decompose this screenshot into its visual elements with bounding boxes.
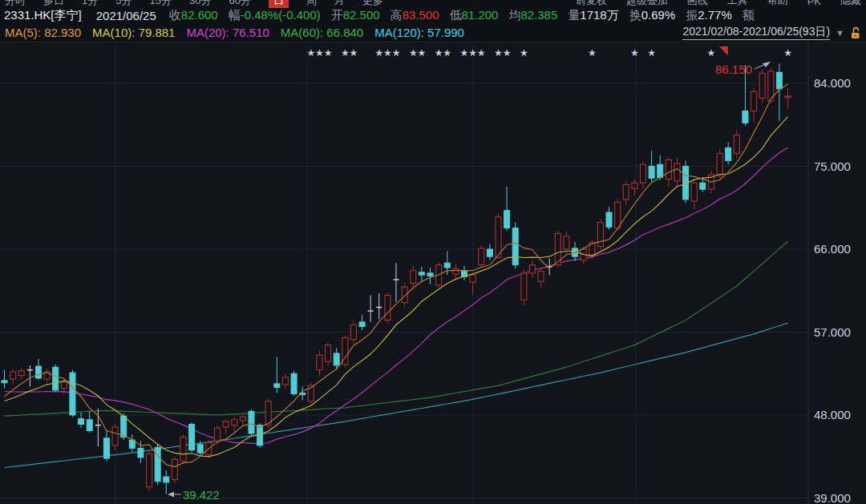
low-price-label: 39.422 bbox=[183, 488, 220, 502]
tab-30分[interactable]: 30分 bbox=[189, 0, 211, 8]
quote-field-value: 1718万 bbox=[580, 8, 618, 23]
quote-field-value: 82.385 bbox=[520, 8, 557, 23]
event-star-icon: ★ bbox=[494, 47, 503, 58]
event-star-icon: ★ bbox=[443, 47, 451, 58]
quote-field-label: 振 bbox=[686, 8, 698, 23]
date-range-label[interactable]: 2021/02/08-2021/06/25(93日) bbox=[682, 25, 830, 40]
quote-field-换: 换0.69% bbox=[629, 8, 676, 23]
quote-field-幅: 幅-0.48%(-0.400) bbox=[229, 8, 321, 23]
chevron-down-icon[interactable]: ▼ bbox=[836, 28, 844, 38]
period-tabs: 分时多日1分5分15分30分60分日周月更多 bbox=[5, 0, 383, 8]
quote-fields: 收82.600幅-0.48%(-0.400)开82.500高83.500低81.… bbox=[169, 8, 765, 23]
quote-field-label: 额 bbox=[743, 8, 755, 23]
event-star-icon: ★ bbox=[409, 47, 418, 58]
toolbar-action-PK[interactable]: PK bbox=[807, 0, 821, 7]
high-price-label: 86.150 bbox=[715, 62, 752, 76]
tab-多日[interactable]: 多日 bbox=[43, 0, 64, 8]
tab-15分[interactable]: 15分 bbox=[149, 0, 171, 8]
quote-field-value: -0.48%(-0.400) bbox=[241, 8, 321, 23]
quote-field-value: 82.600 bbox=[181, 8, 218, 23]
event-star-icon: ★ bbox=[417, 47, 426, 58]
event-star-icon: ★ bbox=[707, 47, 716, 58]
tab-1分[interactable]: 1分 bbox=[82, 0, 98, 8]
event-star-icon: ★ bbox=[647, 47, 656, 58]
toolbar-action-超级叠加[interactable]: 超级叠加 bbox=[626, 0, 668, 8]
quote-field-value: 2.77% bbox=[698, 8, 732, 23]
tab-周[interactable]: 周 bbox=[306, 0, 317, 8]
event-star-icon: ★ bbox=[460, 47, 469, 58]
quote-field-label: 换 bbox=[629, 8, 641, 23]
quote-field-低: 低81.200 bbox=[450, 8, 499, 23]
tab-5分[interactable]: 5分 bbox=[115, 0, 132, 8]
y-axis-label: 84.000 bbox=[814, 76, 851, 90]
toolbar-action-画线[interactable]: 画线 bbox=[687, 0, 708, 8]
stock-symbol: 2331.HK[李宁] bbox=[4, 8, 82, 23]
ma-value-60: MA(60): 66.840 bbox=[281, 26, 363, 39]
quote-field-label: 低 bbox=[450, 8, 462, 23]
flag-icon bbox=[719, 46, 728, 55]
quote-field-高: 高83.500 bbox=[391, 8, 439, 23]
event-star-icon: ★ bbox=[588, 47, 597, 58]
ma-value-10: MA(10): 79.881 bbox=[92, 26, 175, 39]
quote-field-量: 量1718万 bbox=[568, 8, 618, 23]
quote-field-value: 0.69% bbox=[641, 8, 676, 23]
event-star-icon: ★ bbox=[306, 47, 315, 58]
quote-field-label: 开 bbox=[331, 8, 343, 23]
y-axis-label: 39.000 bbox=[814, 491, 851, 504]
candlestick-chart[interactable]: 84.00075.00066.00057.00048.00039.000★★★★… bbox=[0, 42, 866, 504]
ma-values: MA(5): 82.930MA(10): 79.881MA(20): 76.51… bbox=[5, 26, 464, 39]
ma-value-5: MA(5): 82.930 bbox=[5, 26, 81, 39]
event-star-icon: ★ bbox=[630, 47, 639, 58]
quote-field-label: 量 bbox=[568, 8, 580, 23]
quote-field-收: 收82.600 bbox=[169, 8, 218, 23]
quote-field-value: 81.200 bbox=[462, 8, 499, 23]
quote-field-label: 收 bbox=[169, 8, 181, 23]
ma-value-120: MA(120): 57.990 bbox=[374, 26, 464, 39]
event-star-icon: ★ bbox=[374, 47, 383, 58]
quote-bar: 2331.HK[李宁] 2021/06/25 收82.600幅-0.48%(-0… bbox=[0, 8, 866, 23]
event-star-icon: ★ bbox=[324, 47, 333, 58]
y-axis-label: 75.000 bbox=[814, 159, 851, 173]
tab-分时[interactable]: 分时 bbox=[5, 0, 26, 8]
y-axis-label: 57.000 bbox=[814, 325, 851, 339]
event-star-icon: ★ bbox=[315, 47, 324, 58]
unlock-icon[interactable] bbox=[850, 26, 861, 39]
event-star-icon: ★ bbox=[350, 47, 358, 58]
y-axis-label: 66.000 bbox=[814, 242, 851, 256]
quote-date: 2021/06/25 bbox=[96, 9, 156, 22]
quote-field-额: 额 bbox=[743, 8, 755, 23]
event-star-icon: ★ bbox=[341, 47, 350, 58]
range-selector: 2021/02/08-2021/06/25(93日) ▼ bbox=[682, 25, 861, 40]
quote-field-label: 高 bbox=[391, 8, 403, 23]
quote-field-均: 均82.385 bbox=[508, 8, 557, 23]
quote-field-value: 82.500 bbox=[343, 8, 380, 23]
event-star-icon: ★ bbox=[477, 47, 486, 58]
ma-indicator-bar: MA(5): 82.930MA(10): 79.881MA(20): 76.51… bbox=[0, 23, 866, 42]
event-star-icon: ★ bbox=[520, 47, 528, 58]
tab-月[interactable]: 月 bbox=[334, 0, 345, 8]
event-star-icon: ★ bbox=[503, 47, 512, 58]
toolbar-action-工具[interactable]: 工具 bbox=[727, 0, 748, 8]
event-star-icon: ★ bbox=[783, 47, 792, 58]
quote-field-value: 83.500 bbox=[403, 8, 439, 23]
tab-60分[interactable]: 60分 bbox=[229, 0, 250, 8]
quote-field-开: 开82.500 bbox=[331, 8, 380, 23]
toolbar-actions: 前复权超级叠加画线工具帮助PK隐藏 bbox=[576, 0, 861, 8]
quote-field-label: 幅 bbox=[229, 8, 241, 23]
quote-field-振: 振2.77% bbox=[686, 8, 732, 23]
event-star-icon: ★ bbox=[435, 47, 443, 58]
toolbar-action-帮助[interactable]: 帮助 bbox=[767, 0, 788, 8]
tab-日[interactable]: 日 bbox=[269, 0, 289, 8]
y-axis-label: 48.000 bbox=[814, 408, 851, 421]
ma-value-20: MA(20): 76.510 bbox=[186, 26, 269, 39]
toolbar-action-隐藏[interactable]: 隐藏 bbox=[840, 0, 861, 8]
event-star-icon: ★ bbox=[383, 47, 392, 58]
quote-field-label: 均 bbox=[508, 8, 520, 23]
toolbar-action-前复权[interactable]: 前复权 bbox=[576, 0, 607, 8]
event-star-icon: ★ bbox=[468, 47, 477, 58]
chart-toolbar: 分时多日1分5分15分30分60分日周月更多 前复权超级叠加画线工具帮助PK隐藏 bbox=[0, 0, 866, 8]
chart-svg: 84.00075.00066.00057.00048.00039.000★★★★… bbox=[0, 42, 866, 504]
event-star-icon: ★ bbox=[392, 47, 401, 58]
tab-更多[interactable]: 更多 bbox=[362, 0, 383, 8]
